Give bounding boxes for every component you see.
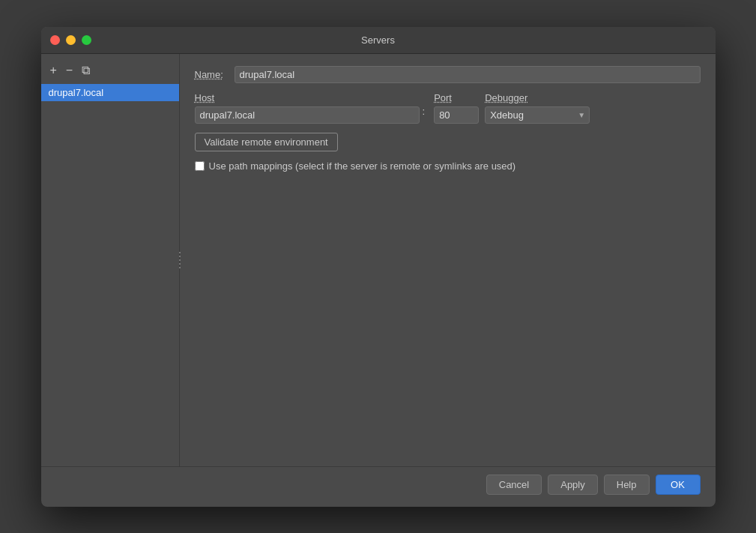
sidebar: + − ⧉ drupal7.local (41, 54, 180, 466)
debugger-select-wrapper: Xdebug Zend Debugger (485, 106, 590, 124)
path-mapping-label: Use path mappings (select if the server … (209, 160, 516, 172)
ok-button[interactable]: OK (656, 475, 701, 495)
fields-column: Name: Host : Port (195, 66, 701, 172)
port-label: Port (434, 92, 479, 103)
sidebar-inner: + − ⧉ drupal7.local (41, 54, 180, 107)
resize-dot (179, 263, 181, 265)
remove-server-button[interactable]: − (63, 63, 76, 78)
help-button[interactable]: Help (604, 475, 650, 495)
resize-dot (179, 259, 181, 261)
window-title: Servers (361, 34, 395, 46)
name-label: Name: (195, 69, 229, 80)
path-mapping-row: Use path mappings (select if the server … (195, 160, 701, 172)
name-row: Name: (195, 66, 701, 83)
host-input[interactable] (195, 106, 420, 124)
server-item[interactable]: drupal7.local (41, 84, 179, 101)
resize-dot (179, 252, 181, 253)
copy-server-button[interactable]: ⧉ (79, 63, 93, 78)
servers-dialog: Servers + − ⧉ drupal7.local (41, 27, 716, 507)
cancel-button[interactable]: Cancel (486, 475, 542, 495)
sidebar-toolbar: + − ⧉ (41, 60, 179, 84)
host-port-debugger-row: Host : Port Debugger (195, 92, 701, 124)
validate-button[interactable]: Validate remote environment (195, 133, 338, 151)
server-list: drupal7.local (41, 84, 179, 101)
dialog-footer: Cancel Apply Help OK (41, 466, 716, 507)
resize-handle (179, 252, 181, 268)
dialog-body: + − ⧉ drupal7.local Name: (41, 54, 716, 466)
debugger-section: Debugger Xdebug Zend Debugger (485, 92, 590, 124)
port-section: Port (434, 92, 479, 124)
content-area: Name: Host : Port (180, 54, 716, 466)
resize-dot (179, 256, 181, 257)
add-server-button[interactable]: + (47, 63, 60, 78)
maximize-button[interactable] (82, 35, 91, 45)
apply-button[interactable]: Apply (548, 475, 598, 495)
colon-separator: : (423, 92, 426, 117)
window-controls (50, 35, 91, 45)
path-mapping-checkbox[interactable] (195, 161, 205, 171)
minimize-button[interactable] (66, 35, 76, 45)
validate-row: Validate remote environment (195, 133, 701, 151)
host-section: Host (195, 92, 420, 124)
name-input[interactable] (235, 66, 701, 83)
debugger-select[interactable]: Xdebug Zend Debugger (485, 106, 590, 124)
port-input[interactable] (434, 106, 479, 124)
debugger-label: Debugger (485, 92, 590, 103)
close-button[interactable] (50, 35, 60, 45)
host-label: Host (195, 92, 420, 103)
resize-dot (179, 267, 181, 268)
title-bar: Servers (41, 27, 716, 54)
